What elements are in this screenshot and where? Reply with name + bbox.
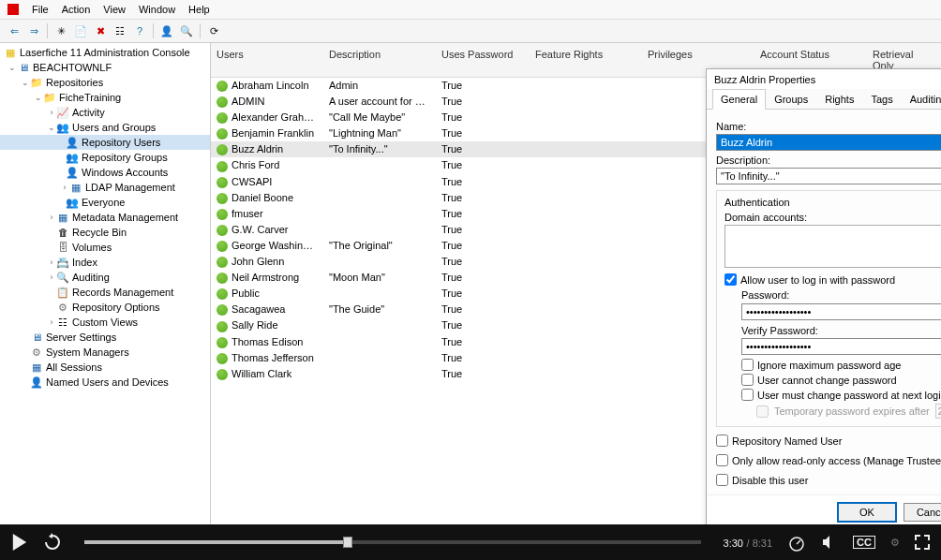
tree-activity[interactable]: ›📈Activity bbox=[0, 105, 210, 120]
user-icon bbox=[217, 209, 228, 220]
user-icon bbox=[217, 128, 228, 140]
ignore-age-checkbox[interactable] bbox=[741, 359, 754, 371]
tree-repo-users[interactable]: 👤Repository Users bbox=[0, 135, 210, 150]
tree-win-accounts[interactable]: 👤Windows Accounts bbox=[0, 165, 210, 180]
search-button[interactable]: 🔍 bbox=[178, 22, 195, 39]
tree-custom-views[interactable]: ›☷Custom Views bbox=[0, 315, 210, 330]
user-icon bbox=[217, 225, 228, 236]
must-change-checkbox[interactable] bbox=[741, 389, 754, 401]
ok-button[interactable]: OK bbox=[838, 503, 896, 522]
tree-repo-groups[interactable]: 👥Repository Groups bbox=[0, 150, 210, 165]
tree-repo[interactable]: ⌄📁FicheTraining bbox=[0, 90, 210, 105]
progress-bar[interactable] bbox=[84, 540, 701, 544]
cannot-change-checkbox[interactable] bbox=[741, 374, 754, 386]
tree-volumes[interactable]: 🗄Volumes bbox=[0, 240, 210, 255]
name-input[interactable] bbox=[716, 134, 941, 151]
user-icon bbox=[217, 161, 228, 172]
tree-everyone[interactable]: 👥Everyone bbox=[0, 195, 210, 210]
back-button[interactable]: ⇐ bbox=[6, 22, 22, 39]
tree-ldap[interactable]: ›▦LDAP Management bbox=[0, 180, 210, 195]
edit-button[interactable]: 📄 bbox=[72, 22, 89, 39]
properties-button[interactable]: ☷ bbox=[112, 22, 128, 39]
menu-window[interactable]: Window bbox=[139, 4, 175, 15]
rewind-button[interactable] bbox=[43, 533, 62, 552]
header-uses-password: Uses Password bbox=[436, 47, 530, 73]
password-input[interactable] bbox=[741, 303, 941, 320]
tab-tags[interactable]: Tags bbox=[862, 89, 901, 110]
user-icon bbox=[217, 177, 228, 188]
menu-file[interactable]: File bbox=[32, 4, 49, 15]
forward-button[interactable]: ⇒ bbox=[25, 22, 42, 39]
settings-button[interactable]: ⚙ bbox=[890, 537, 900, 549]
menu-view[interactable]: View bbox=[103, 4, 126, 15]
user-icon bbox=[217, 193, 228, 204]
tree-named-users[interactable]: 👤Named Users and Devices bbox=[0, 375, 210, 390]
auth-title: Authentication bbox=[724, 197, 941, 208]
readonly-checkbox[interactable] bbox=[716, 454, 728, 466]
user-icon bbox=[217, 369, 228, 380]
tab-general[interactable]: General bbox=[712, 89, 766, 110]
disable-user-checkbox[interactable] bbox=[716, 474, 728, 486]
tree-all-sessions[interactable]: ▦All Sessions bbox=[0, 360, 210, 375]
delete-button[interactable]: ✖ bbox=[92, 22, 109, 39]
menu-action[interactable]: Action bbox=[62, 4, 91, 15]
tree-metadata[interactable]: ›▦Metadata Management bbox=[0, 210, 210, 225]
tree-users-groups[interactable]: ⌄👥Users and Groups bbox=[0, 120, 210, 135]
menu-bar: File Action View Window Help bbox=[0, 0, 941, 20]
dialog-title-text: Buzz Aldrin Properties bbox=[714, 74, 815, 85]
speed-button[interactable] bbox=[787, 533, 806, 552]
captions-button[interactable]: CC bbox=[853, 536, 875, 549]
progress-thumb[interactable] bbox=[343, 537, 352, 548]
user-icon bbox=[217, 257, 228, 268]
password-label: Password: bbox=[741, 289, 941, 301]
refresh-button[interactable]: ⟳ bbox=[205, 22, 222, 39]
app-icon bbox=[7, 4, 19, 15]
tab-rights[interactable]: Rights bbox=[816, 89, 862, 110]
user-icon bbox=[217, 353, 228, 364]
allow-login-checkbox[interactable] bbox=[724, 273, 737, 286]
domain-accounts-list[interactable] bbox=[724, 225, 941, 268]
domain-label: Domain accounts: bbox=[724, 212, 941, 223]
cancel-button[interactable]: Cancel bbox=[904, 503, 941, 522]
user-icon bbox=[217, 241, 228, 252]
tree-records[interactable]: 📋Records Management bbox=[0, 285, 210, 300]
tab-groups[interactable]: Groups bbox=[766, 89, 816, 110]
menu-help[interactable]: Help bbox=[188, 4, 210, 15]
named-user-checkbox[interactable] bbox=[716, 435, 728, 447]
tree-server[interactable]: ⌄🖥BEACHTOWNLF bbox=[0, 60, 210, 75]
nav-tree[interactable]: ▦Laserfiche 11 Administration Console ⌄🖥… bbox=[0, 43, 211, 530]
tree-auditing[interactable]: ›🔍Auditing bbox=[0, 270, 210, 285]
fullscreen-button[interactable] bbox=[915, 535, 930, 550]
user-button[interactable]: 👤 bbox=[158, 22, 175, 39]
header-users: Users bbox=[211, 47, 323, 73]
dialog-titlebar[interactable]: Buzz Aldrin Properties ? ✕ bbox=[707, 69, 941, 89]
time-display: 3:30 / 8:31 bbox=[724, 536, 773, 550]
user-icon bbox=[217, 337, 228, 348]
temp-expire-label: Temporary password expires after bbox=[774, 405, 930, 417]
new-button[interactable]: ✳ bbox=[52, 22, 69, 39]
tree-server-settings[interactable]: 🖥Server Settings bbox=[0, 330, 210, 345]
tab-auditing[interactable]: Auditing bbox=[902, 89, 941, 110]
tree-recycle[interactable]: 🗑Recycle Bin bbox=[0, 225, 210, 240]
tree-root[interactable]: ▦Laserfiche 11 Administration Console bbox=[0, 45, 210, 60]
help-button[interactable]: ? bbox=[131, 22, 148, 39]
tree-repositories[interactable]: ⌄📁Repositories bbox=[0, 75, 210, 90]
verify-password-input[interactable] bbox=[741, 338, 941, 355]
tree-sys-managers[interactable]: ⚙System Managers bbox=[0, 345, 210, 360]
progress-fill bbox=[84, 540, 343, 544]
header-description: Description bbox=[323, 47, 436, 73]
tree-index[interactable]: ›📇Index bbox=[0, 255, 210, 270]
tree-repo-options[interactable]: ⚙Repository Options bbox=[0, 300, 210, 315]
user-icon bbox=[217, 304, 228, 316]
user-icon bbox=[217, 112, 228, 124]
volume-button[interactable] bbox=[821, 534, 838, 551]
user-icon bbox=[217, 273, 228, 284]
video-controls: 3:30 / 8:31 CC ⚙ bbox=[0, 524, 941, 560]
properties-dialog: Buzz Aldrin Properties ? ✕ General Group… bbox=[706, 68, 941, 530]
play-button[interactable] bbox=[11, 534, 28, 551]
description-input[interactable] bbox=[716, 168, 941, 184]
toolbar: ⇐ ⇒ ✳ 📄 ✖ ☷ ? 👤 🔍 ⟳ bbox=[0, 20, 941, 43]
allow-login-label: Allow user to log in with password bbox=[740, 274, 895, 286]
user-icon bbox=[217, 321, 228, 332]
svg-line-1 bbox=[797, 540, 800, 544]
